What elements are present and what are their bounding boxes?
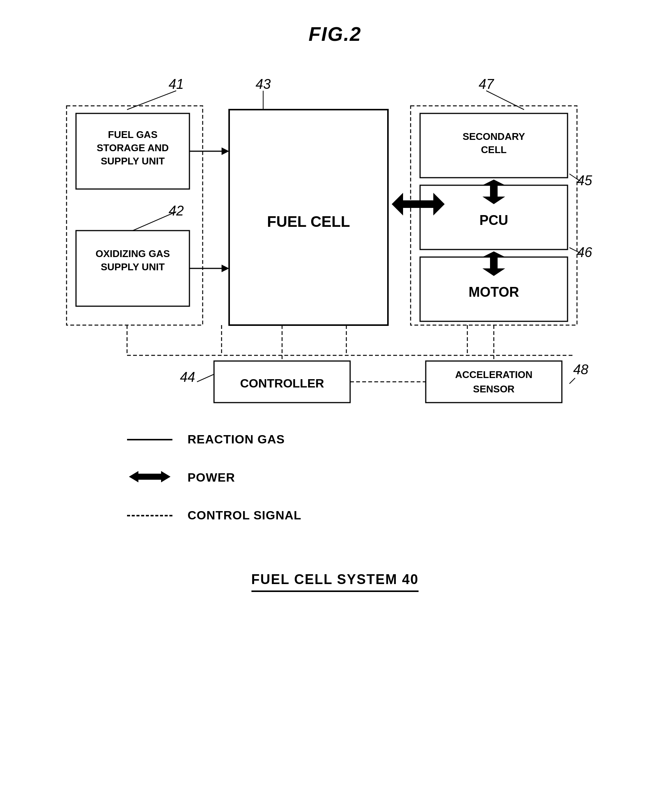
control-signal-label: CONTROL SIGNAL bbox=[188, 508, 301, 523]
svg-marker-16 bbox=[482, 179, 505, 204]
svg-line-0 bbox=[127, 91, 176, 110]
ref-48: 48 bbox=[573, 362, 588, 377]
svg-marker-13 bbox=[392, 193, 445, 215]
fuel-cell-label: FUEL CELL bbox=[267, 213, 350, 230]
fuel-gas-label-1: FUEL GAS bbox=[108, 129, 158, 140]
fuel-gas-label-2: STORAGE AND bbox=[97, 142, 169, 154]
svg-line-2 bbox=[486, 91, 524, 110]
control-signal-line bbox=[127, 515, 173, 516]
page-title: FIG.2 bbox=[308, 23, 362, 46]
diagram-svg: 41 43 47 FUEL GAS STORAGE AND SUPPLY UNI… bbox=[51, 68, 619, 408]
footer-text: FUEL CELL SYSTEM 40 bbox=[251, 572, 419, 592]
svg-marker-10 bbox=[222, 265, 229, 272]
legend-control-signal: CONTROL SIGNAL bbox=[127, 508, 619, 523]
controller-label: CONTROLLER bbox=[240, 377, 324, 390]
footer: FUEL CELL SYSTEM 40 bbox=[251, 572, 419, 592]
secondary-cell-label-2: CELL bbox=[481, 144, 507, 156]
svg-marker-19 bbox=[482, 251, 505, 276]
diagram-container: 41 43 47 FUEL GAS STORAGE AND SUPPLY UNI… bbox=[51, 68, 619, 410]
svg-rect-30 bbox=[426, 361, 562, 403]
ref-41: 41 bbox=[169, 76, 184, 92]
acceleration-sensor-label-2: SENSOR bbox=[473, 383, 514, 395]
svg-marker-8 bbox=[222, 147, 229, 155]
acceleration-sensor-label-1: ACCELERATION bbox=[455, 369, 533, 380]
secondary-cell-label-1: SECONDARY bbox=[462, 131, 525, 142]
reaction-gas-line bbox=[127, 439, 173, 440]
svg-line-5 bbox=[133, 212, 176, 231]
ref-43: 43 bbox=[255, 76, 271, 92]
svg-line-26 bbox=[197, 374, 214, 382]
motor-label: MOTOR bbox=[469, 284, 519, 300]
fuel-gas-label-3: SUPPLY UNIT bbox=[101, 156, 164, 167]
ref-47: 47 bbox=[479, 76, 494, 92]
oxidizing-gas-label-1: OXIDIZING GAS bbox=[96, 248, 170, 259]
oxidizing-gas-label-2: SUPPLY UNIT bbox=[101, 261, 164, 272]
power-arrow-icon bbox=[127, 465, 173, 489]
legend-power: POWER bbox=[127, 465, 619, 489]
reaction-gas-label: REACTION GAS bbox=[188, 433, 285, 447]
legend: REACTION GAS POWER CONTROL SIGNAL bbox=[51, 433, 619, 541]
pcu-label: PCU bbox=[479, 212, 508, 228]
legend-reaction-gas: REACTION GAS bbox=[127, 433, 619, 447]
svg-marker-34 bbox=[129, 471, 171, 482]
ref-42: 42 bbox=[169, 203, 184, 218]
power-label: POWER bbox=[188, 470, 235, 485]
svg-line-29 bbox=[569, 378, 575, 384]
ref-44: 44 bbox=[180, 369, 195, 385]
